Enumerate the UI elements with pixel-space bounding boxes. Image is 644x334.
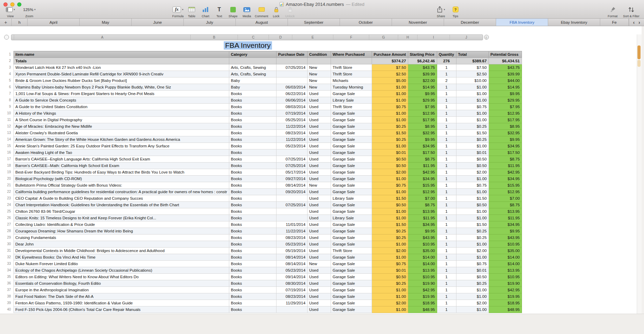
cell-B5[interactable]: Baby xyxy=(229,77,276,84)
row-header-17[interactable]: 17 xyxy=(3,156,13,163)
cell-B21[interactable]: Books xyxy=(229,182,276,189)
cell-J5[interactable]: $44.00 xyxy=(489,77,522,84)
cell-A31[interactable]: Developmental Contexts in Middle Childho… xyxy=(13,248,229,254)
cell-A37[interactable]: Europe in the Anthropological Imaginatio… xyxy=(13,287,229,293)
col-header-A[interactable]: A xyxy=(14,35,190,40)
sheet-tab-fe[interactable]: Fe xyxy=(600,19,629,26)
table-select-handle[interactable] xyxy=(4,35,9,40)
cell-A23[interactable]: CEO Capital: A Guide to Building CEO Rep… xyxy=(13,195,229,202)
cell-I33[interactable]: $0.75 xyxy=(456,261,489,267)
sheet-tab-june[interactable]: June xyxy=(132,19,184,26)
vertical-scrollbar-track[interactable] xyxy=(637,34,642,314)
cell-C35[interactable]: 09/14/2014 xyxy=(276,274,307,280)
cell-J26[interactable]: $11.95 xyxy=(489,215,522,221)
cell-C11[interactable]: 05/25/2014 xyxy=(276,117,307,123)
cell-F36[interactable]: $0.25 xyxy=(372,280,408,287)
format-button[interactable]: Format xyxy=(607,4,618,18)
cell-J2[interactable]: $6,434.51 xyxy=(489,58,522,64)
row-header-13[interactable]: 13 xyxy=(3,130,13,136)
cell-B40[interactable]: Books xyxy=(229,306,276,313)
cell-J14[interactable]: $9.95 xyxy=(489,136,522,143)
cell-I35[interactable]: $0.50 xyxy=(456,274,489,280)
cell-E20[interactable]: Garage Sale xyxy=(331,176,372,182)
next-sheets-button[interactable]: › xyxy=(638,20,640,25)
cell-F1[interactable]: Purchase Amount xyxy=(372,51,408,58)
cell-C21[interactable]: 08/14/2014 xyxy=(276,182,307,189)
cell-G24[interactable]: $8.75 xyxy=(408,202,437,208)
cell-E12[interactable]: Garage Sale xyxy=(331,123,372,130)
formula-button[interactable]: fx▾ Formula xyxy=(172,4,184,18)
cell-B7[interactable]: Books xyxy=(229,91,276,97)
cell-C16[interactable] xyxy=(276,149,307,156)
cell-B8[interactable]: Books xyxy=(229,97,276,104)
cell-D16[interactable]: Used xyxy=(307,149,331,156)
cell-E38[interactable]: Garage Sale xyxy=(331,293,372,300)
cell-F18[interactable]: $0.50 xyxy=(372,163,408,169)
cell-H13[interactable]: 1 xyxy=(437,130,456,136)
cell-F31[interactable]: $2.00 xyxy=(372,248,408,254)
cell-F30[interactable]: $1.00 xyxy=(372,241,408,248)
cell-B30[interactable]: Books xyxy=(229,241,276,248)
cell-J32[interactable]: $14.00 xyxy=(489,254,522,261)
cell-D5[interactable]: New xyxy=(307,77,331,84)
cell-G39[interactable]: $18.95 xyxy=(408,300,437,306)
cell-J17[interactable]: $8.75 xyxy=(489,156,522,163)
cell-C22[interactable]: 09/20/2014 xyxy=(276,189,307,195)
sheet-tab-fba-inventory[interactable]: FBA Inventory xyxy=(496,19,548,26)
cell-G22[interactable]: $12.95 xyxy=(408,189,437,195)
cell-J16[interactable]: $17.50 xyxy=(489,149,522,156)
cell-D3[interactable]: New xyxy=(307,64,331,71)
cell-D15[interactable]: Used xyxy=(307,143,331,149)
cell-B32[interactable]: Books xyxy=(229,254,276,261)
cell-H16[interactable]: 1 xyxy=(437,149,456,156)
cell-G38[interactable]: $19.95 xyxy=(408,293,437,300)
cell-G15[interactable]: $34.95 xyxy=(408,143,437,149)
cell-C23[interactable] xyxy=(276,195,307,202)
cell-A24[interactable]: Chart Interpretation Handbook: Guideline… xyxy=(13,202,229,208)
cell-C27[interactable]: 11/01/2014 xyxy=(276,221,307,228)
cell-F5[interactable]: $5.00 xyxy=(372,77,408,84)
cell-I21[interactable]: $0.75 xyxy=(456,182,489,189)
cell-F4[interactable]: $2.50 xyxy=(372,71,408,77)
cell-J35[interactable]: $10.95 xyxy=(489,274,522,280)
cell-H14[interactable]: 1 xyxy=(437,136,456,143)
cell-B37[interactable]: Books xyxy=(229,287,276,293)
cell-E27[interactable]: Garage Sale xyxy=(331,221,372,228)
cell-B26[interactable]: Books xyxy=(229,215,276,221)
cell-B29[interactable]: Books xyxy=(229,234,276,241)
row-header-34[interactable]: 34 xyxy=(3,267,13,274)
cell-H6[interactable]: 1 xyxy=(437,84,456,91)
cell-D1[interactable]: Condition xyxy=(307,51,331,58)
table-title[interactable]: FBA Inventory xyxy=(224,41,272,50)
cell-G14[interactable]: $9.95 xyxy=(408,136,437,143)
cell-B36[interactable]: Books xyxy=(229,280,276,287)
cell-B14[interactable]: Books xyxy=(229,136,276,143)
cell-H35[interactable]: 1 xyxy=(437,274,456,280)
cell-E39[interactable]: Garage Sale xyxy=(331,300,372,306)
cell-H11[interactable]: 1 xyxy=(437,117,456,123)
cell-I1[interactable]: Total xyxy=(456,51,489,58)
cell-G4[interactable]: $39.99 xyxy=(408,71,437,77)
col-header-D[interactable]: D xyxy=(269,35,292,40)
cell-A14[interactable]: American Grown: The Story of the White H… xyxy=(13,136,229,143)
cell-J8[interactable]: $29.95 xyxy=(489,97,522,104)
col-header-C[interactable]: C xyxy=(238,35,269,40)
cell-J37[interactable]: $42.95 xyxy=(489,287,522,293)
cell-A3[interactable]: Wonderart Latch Hook Kit 27 Inch x40 Inc… xyxy=(13,64,229,71)
cell-G5[interactable]: $22.00 xyxy=(408,77,437,84)
cell-B22[interactable]: Books xyxy=(229,189,276,195)
cell-E26[interactable]: Library Sale xyxy=(331,215,372,221)
cell-E9[interactable]: Thrift Store xyxy=(331,104,372,110)
cell-I30[interactable]: $1.00 xyxy=(456,241,489,248)
cell-F34[interactable]: $0.01 xyxy=(372,267,408,274)
row-header-22[interactable]: 22 xyxy=(3,189,13,195)
cell-H33[interactable]: 1 xyxy=(437,261,456,267)
cell-H17[interactable]: 1 xyxy=(437,156,456,163)
sheet-tab-h[interactable]: h xyxy=(12,19,28,26)
cell-A36[interactable]: Essentials of Conservation Biology, Four… xyxy=(13,280,229,287)
cell-B31[interactable]: Books xyxy=(229,248,276,254)
cell-F20[interactable]: $1.00 xyxy=(372,176,408,182)
cell-G6[interactable]: $14.95 xyxy=(408,84,437,91)
sheet-tab-december[interactable]: December xyxy=(444,19,496,26)
cell-F28[interactable]: $0.25 xyxy=(372,228,408,234)
